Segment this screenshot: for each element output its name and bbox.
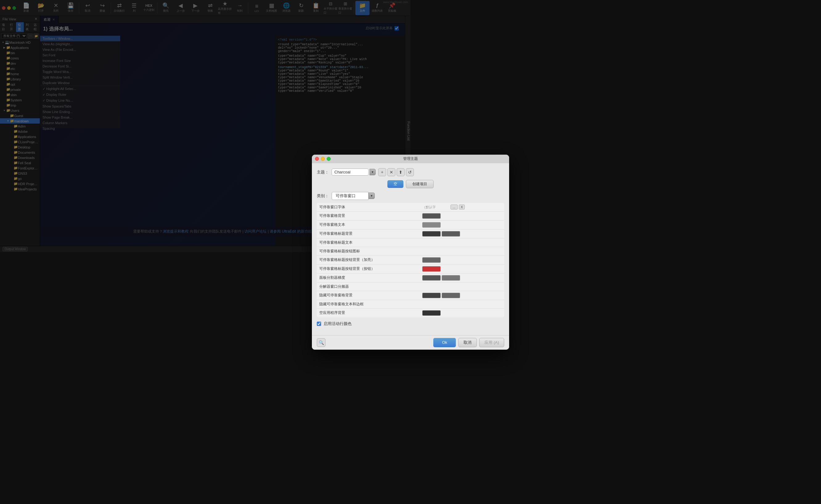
prop-name: 可停靠窗格标题按钮图标 <box>317 247 410 252</box>
modal-close-btn[interactable] <box>315 157 319 161</box>
modal-overlay: 管理主题 主题： Charcoal ▾ ＋ ✕ ⬆ ↺ <box>0 0 410 252</box>
modal-traffic-lights <box>315 157 331 161</box>
category-select[interactable]: 可停靠窗口 <box>331 192 368 200</box>
modal-title-text: 管理主题 <box>403 156 410 161</box>
modal-maximize-btn[interactable] <box>327 157 331 161</box>
prop-name: 可停靠窗格背景 <box>317 211 410 220</box>
theme-manager-dialog: 管理主题 主题： Charcoal ▾ ＋ ✕ ⬆ ↺ <box>312 155 410 252</box>
create-item-button[interactable]: 创建项目 <box>406 180 410 188</box>
properties-table: 可停靠窗口字体 （默认字 ... X 可停靠窗格背景 <box>317 203 410 252</box>
table-row: 可停靠窗格标题背景 <box>317 229 410 238</box>
theme-select-arrow[interactable]: ▾ <box>369 169 376 175</box>
theme-add-btn[interactable]: ＋ <box>378 168 386 176</box>
theme-selector-row: 主题： Charcoal ▾ ＋ ✕ ⬆ ↺ <box>317 168 410 176</box>
table-row: 可停靠窗格背景 <box>317 211 410 220</box>
category-label: 类别： <box>317 193 329 199</box>
empty-button[interactable]: 空 <box>387 180 403 188</box>
prop-name: 可停靠窗格标题背景 <box>317 229 410 238</box>
theme-label: 主题： <box>317 169 329 175</box>
modal-titlebar: 管理主题 <box>312 155 410 163</box>
table-row: 可停靠窗口字体 （默认字 ... X <box>317 203 410 212</box>
create-row: 空 创建项目 <box>317 180 410 188</box>
theme-export-btn[interactable]: ⬆ <box>396 168 404 176</box>
prop-name: 可停靠窗口字体 <box>317 203 410 212</box>
modal-body: 主题： Charcoal ▾ ＋ ✕ ⬆ ↺ 空 创建项目 <box>312 163 410 252</box>
table-row: 可停靠窗格标题按钮图标 <box>317 247 410 252</box>
table-row: 可停靠窗格文本 <box>317 220 410 229</box>
category-arrow-btn[interactable]: ▾ <box>368 193 375 199</box>
category-select-wrap: 可停靠窗口 ▾ <box>331 192 375 200</box>
modal-minimize-btn[interactable] <box>321 157 325 161</box>
category-row: 类别： 可停靠窗口 ▾ <box>317 192 410 200</box>
prop-name: 可停靠窗格标题文本 <box>317 238 410 247</box>
theme-delete-btn[interactable]: ✕ <box>387 168 395 176</box>
table-row: 可停靠窗格标题文本 <box>317 238 410 247</box>
theme-reset-btn[interactable]: ↺ <box>406 168 410 176</box>
theme-action-buttons: ＋ ✕ ⬆ ↺ <box>378 168 410 176</box>
theme-select-wrap: Charcoal ▾ <box>331 169 376 176</box>
theme-select[interactable]: Charcoal <box>331 169 368 176</box>
prop-name: 可停靠窗格文本 <box>317 220 410 229</box>
